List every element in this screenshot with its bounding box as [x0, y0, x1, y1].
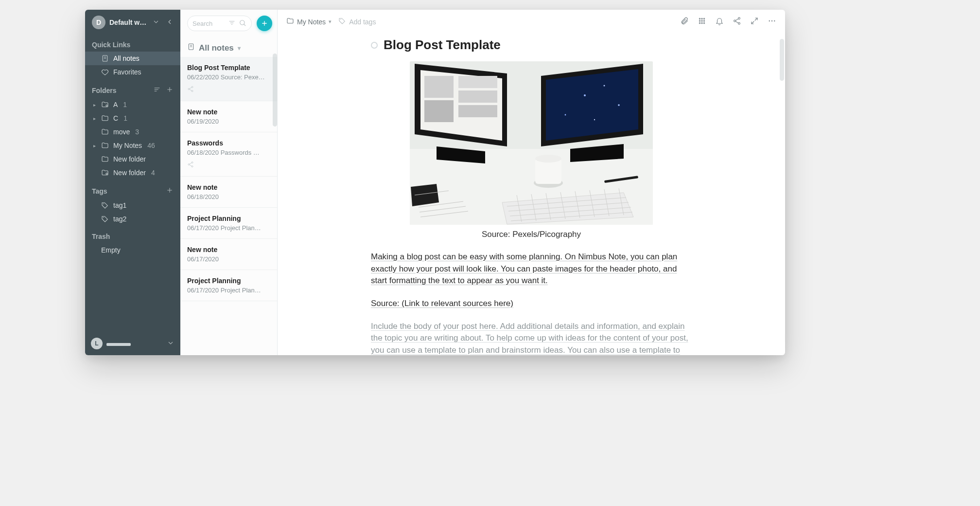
folder-icon [101, 114, 109, 122]
add-tags-button[interactable]: Add tags [338, 17, 376, 26]
folder-item[interactable]: ▸A1 [85, 98, 180, 111]
search-icon[interactable] [239, 19, 246, 28]
expand-arrow-icon[interactable]: ▸ [92, 143, 97, 148]
svg-line-18 [244, 24, 245, 25]
note-list-item[interactable]: New note06/19/2020 [180, 101, 277, 132]
body-paragraph[interactable]: Making a blog post can be easy with some… [371, 251, 692, 287]
scrollbar-thumb[interactable] [780, 39, 784, 81]
expand-arrow-icon[interactable]: ▸ [92, 102, 97, 108]
search-input[interactable] [192, 20, 225, 27]
note-title[interactable]: Blog Post Template [384, 37, 501, 53]
svg-point-67 [604, 85, 605, 87]
notes-list-heading-label: All notes [199, 43, 234, 53]
sidebar: D Default wor… Quick Links All notesFavo… [85, 10, 180, 355]
notes-list-heading[interactable]: All notes ▾ [180, 36, 277, 57]
editor-top-actions [680, 17, 776, 27]
tag-item[interactable]: tag1 [85, 199, 180, 212]
note-list-item[interactable]: Blog Post Template06/22/2020 Source: Pex… [180, 57, 277, 101]
tag-icon [338, 17, 346, 26]
folder-count: 3 [135, 128, 139, 136]
svg-point-66 [584, 94, 586, 96]
trash-section: Trash Empty [85, 226, 180, 257]
folder-item[interactable]: move3 [85, 125, 180, 139]
user-area[interactable]: L [85, 333, 180, 355]
folders-label: Folders [92, 87, 117, 94]
collapse-sidebar-button[interactable] [164, 16, 175, 29]
note-list-item[interactable]: Project Planning06/17/2020 Project Plan… [180, 208, 277, 239]
note-item-meta: 06/17/2020 Project Plan… [187, 287, 270, 294]
add-tag-icon[interactable] [166, 186, 174, 196]
share-icon [187, 86, 270, 94]
svg-point-38 [699, 20, 700, 21]
folder-icon [101, 142, 109, 149]
quick-link-item[interactable]: Favorites [85, 65, 180, 79]
svg-point-12 [103, 203, 104, 204]
search-field[interactable] [187, 16, 252, 31]
folder-item[interactable]: ▸C1 [85, 111, 180, 125]
note-editor-column: My Notes ▾ Add tags [278, 10, 785, 355]
svg-rect-58 [424, 76, 454, 98]
body-paragraph[interactable]: Include the body of your post here. Add … [371, 321, 692, 355]
attachment-icon[interactable] [680, 17, 689, 27]
grid-icon[interactable] [698, 17, 706, 27]
more-icon[interactable] [768, 17, 776, 27]
note-item-title: Blog Post Template [187, 64, 270, 72]
tags-label: Tags [92, 187, 107, 195]
fullscreen-icon[interactable] [750, 17, 759, 27]
trash-empty-item[interactable]: Empty [85, 243, 180, 257]
svg-point-51 [769, 20, 770, 21]
quick-link-item[interactable]: All notes [85, 52, 180, 65]
user-avatar: L [91, 338, 103, 349]
bell-icon[interactable] [715, 17, 724, 27]
note-icon [187, 43, 195, 53]
folder-label: New folder [113, 169, 146, 177]
svg-point-17 [240, 20, 245, 24]
folder-label: A [113, 101, 118, 108]
svg-point-70 [594, 119, 595, 120]
body-paragraph[interactable]: Source: (Link to relevant sources here) [371, 298, 692, 310]
svg-point-87 [535, 155, 561, 163]
folder-count: 4 [151, 169, 155, 177]
add-folder-icon[interactable] [166, 86, 174, 95]
folder-icon [286, 17, 294, 26]
task-circle-icon[interactable] [371, 42, 378, 49]
note-item-meta: 06/17/2020 Project Plan… [187, 224, 270, 232]
svg-point-53 [774, 20, 775, 21]
breadcrumb-folder: My Notes [297, 18, 326, 26]
tag-icon [101, 215, 109, 223]
svg-line-50 [752, 21, 754, 24]
breadcrumb[interactable]: My Notes ▾ [286, 17, 332, 26]
note-list-item[interactable]: New note06/17/2020 [180, 239, 277, 270]
svg-marker-65 [546, 69, 638, 141]
editor-toolbar: My Notes ▾ Add tags [278, 10, 785, 32]
svg-rect-61 [458, 90, 497, 103]
workspace-switcher[interactable]: D Default wor… [85, 10, 180, 34]
folder-item[interactable]: ▸My Notes46 [85, 139, 180, 152]
folder-count: 1 [123, 101, 127, 108]
share-icon[interactable] [733, 17, 741, 27]
app-window: D Default wor… Quick Links All notesFavo… [85, 10, 785, 355]
tag-item[interactable]: tag2 [85, 212, 180, 226]
folder-item[interactable]: New folder [85, 152, 180, 166]
note-list-item[interactable]: New note06/18/2020 [180, 177, 277, 208]
chevron-down-icon: ▾ [238, 45, 241, 52]
scrollbar-thumb[interactable] [273, 54, 277, 126]
new-note-button[interactable] [257, 16, 272, 31]
editor-body[interactable]: Blog Post Template [278, 32, 785, 355]
note-item-meta: 06/18/2020 [187, 193, 270, 200]
svg-rect-62 [458, 105, 497, 117]
folder-item[interactable]: New folder4 [85, 166, 180, 180]
note-list-item[interactable]: Passwords06/18/2020 Passwords … [180, 132, 277, 177]
expand-arrow-icon[interactable]: ▸ [92, 116, 97, 121]
sort-folders-icon[interactable] [153, 86, 161, 95]
svg-point-13 [103, 217, 104, 218]
quick-link-label: All notes [113, 54, 140, 62]
tags-section: Tags tag1tag2 [85, 180, 180, 226]
note-item-meta: 06/17/2020 [187, 255, 270, 263]
hero-image[interactable] [410, 61, 653, 225]
note-list-item[interactable]: Project Planning06/17/2020 Project Plan… [180, 270, 277, 301]
svg-line-27 [190, 88, 192, 89]
folders-section: Folders ▸A1▸C1move3▸My Notes46New folder… [85, 79, 180, 180]
svg-point-34 [340, 19, 341, 20]
filter-icon[interactable] [228, 19, 236, 28]
